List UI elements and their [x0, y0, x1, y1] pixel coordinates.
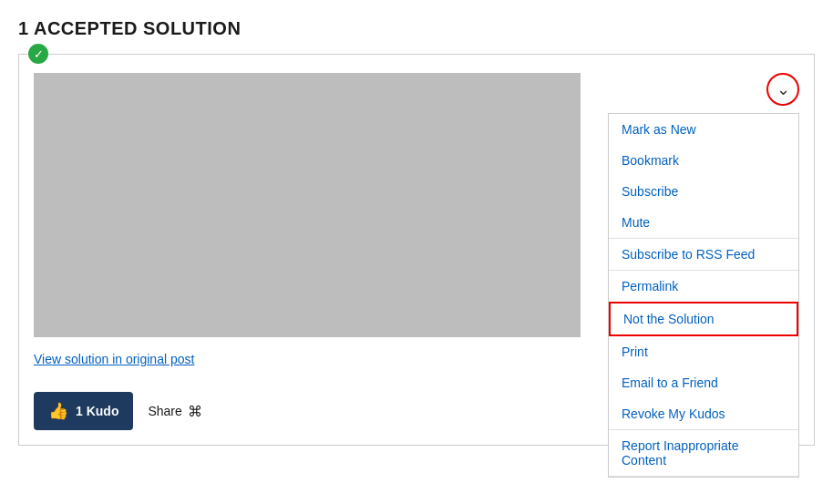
solution-image [34, 73, 581, 337]
solution-body: View solution in original post 👍 1 Kudo … [19, 55, 814, 445]
kudo-button[interactable]: 👍 1 Kudo [34, 392, 133, 430]
page-title: 1 ACCEPTED SOLUTION [18, 18, 815, 39]
share-icon: ⌘ [188, 403, 202, 420]
dropdown-item-subscribe[interactable]: Subscribe [609, 176, 798, 207]
share-label: Share [148, 404, 181, 418]
dropdown-group-3: Permalink Not the Solution Print Email t… [609, 271, 798, 430]
dropdown-item-print[interactable]: Print [609, 336, 798, 367]
thumbs-up-icon: 👍 [48, 401, 68, 421]
share-link[interactable]: Share ⌘ [148, 403, 201, 420]
kudo-count: 1 Kudo [76, 404, 118, 418]
dropdown-group-1: Mark as New Bookmark Subscribe Mute [609, 114, 798, 239]
dropdown-toggle-button[interactable]: ⌄ [766, 73, 799, 106]
dropdown-item-email-friend[interactable]: Email to a Friend [609, 367, 798, 398]
chevron-down-icon: ⌄ [776, 79, 790, 99]
content-area: View solution in original post 👍 1 Kudo … [34, 73, 584, 430]
dropdown-menu: Mark as New Bookmark Subscribe Mute Subs… [608, 113, 799, 478]
dropdown-item-report[interactable]: Report Inappropriate Content [609, 430, 798, 476]
accepted-check-icon: ✓ [28, 44, 48, 64]
dropdown-item-mark-as-new[interactable]: Mark as New [609, 114, 798, 145]
dropdown-item-revoke-kudos[interactable]: Revoke My Kudos [609, 398, 798, 429]
dropdown-item-bookmark[interactable]: Bookmark [609, 145, 798, 176]
solution-container: ✓ View solution in original post 👍 1 Kud… [18, 54, 815, 446]
kudo-area: 👍 1 Kudo Share ⌘ [34, 392, 584, 430]
dropdown-item-permalink[interactable]: Permalink [609, 271, 798, 302]
dropdown-group-4: Report Inappropriate Content [609, 430, 798, 477]
dropdown-area: ⌄ Mark as New Bookmark Subscribe Mute Su… [599, 73, 799, 430]
view-solution-link[interactable]: View solution in original post [34, 352, 584, 366]
dropdown-item-rss[interactable]: Subscribe to RSS Feed [609, 239, 798, 270]
dropdown-group-2: Subscribe to RSS Feed [609, 239, 798, 271]
dropdown-item-not-solution[interactable]: Not the Solution [609, 302, 798, 336]
dropdown-item-mute[interactable]: Mute [609, 207, 798, 238]
